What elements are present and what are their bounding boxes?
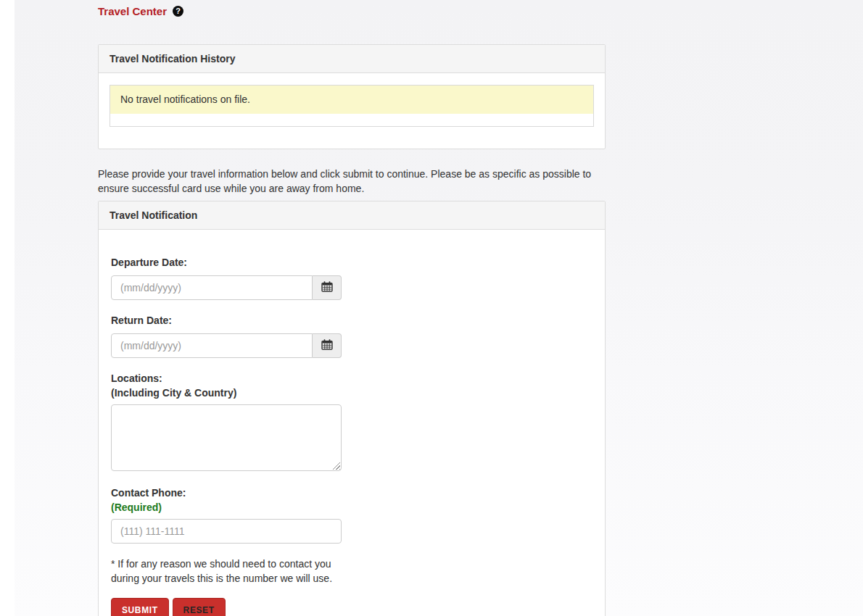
travel-notification-form: Departure Date: xyxy=(99,230,605,616)
locations-sublabel: (Including City & Country) xyxy=(111,386,592,400)
contact-phone-input[interactable] xyxy=(111,519,342,544)
travel-notification-panel: Travel Notification Departure Date: xyxy=(98,201,606,616)
page-title: Travel Center xyxy=(98,5,167,17)
history-panel-header: Travel Notification History xyxy=(99,45,605,73)
history-empty-message: No travel notifications on file. xyxy=(110,86,593,114)
locations-field-wrap xyxy=(111,404,342,471)
locations-textarea[interactable] xyxy=(111,404,342,471)
calendar-icon xyxy=(321,281,333,294)
travel-notification-history-panel: Travel Notification History No travel no… xyxy=(98,44,606,149)
intro-text: Please provide your travel information b… xyxy=(98,167,606,196)
history-empty-box: No travel notifications on file. xyxy=(110,85,594,127)
help-icon[interactable]: ? xyxy=(173,6,183,17)
return-date-input[interactable] xyxy=(111,333,313,358)
departure-date-label: Departure Date: xyxy=(111,255,592,270)
form-actions: SUBMIT RESET xyxy=(111,598,592,616)
form-panel-header: Travel Notification xyxy=(99,201,605,230)
departure-date-input[interactable] xyxy=(111,275,313,300)
history-empty-row xyxy=(110,114,593,126)
contact-phone-help-text: * If for any reason we should need to co… xyxy=(111,557,350,586)
return-date-label: Return Date: xyxy=(111,313,592,328)
contact-phone-required-note: (Required) xyxy=(111,500,592,515)
return-date-group xyxy=(111,333,342,358)
departure-calendar-button[interactable] xyxy=(313,275,342,300)
submit-button[interactable]: SUBMIT xyxy=(111,598,169,616)
travel-center-content: Travel Center ? Travel Notification Hist… xyxy=(98,0,606,616)
history-panel-body: No travel notifications on file. xyxy=(99,73,605,149)
departure-date-group xyxy=(111,275,342,300)
calendar-icon xyxy=(321,339,333,352)
reset-button[interactable]: RESET xyxy=(173,598,226,616)
contact-phone-label: Contact Phone: xyxy=(111,486,592,500)
page-title-row: Travel Center ? xyxy=(98,4,606,17)
locations-label: Locations: xyxy=(111,371,592,386)
return-calendar-button[interactable] xyxy=(313,333,342,358)
